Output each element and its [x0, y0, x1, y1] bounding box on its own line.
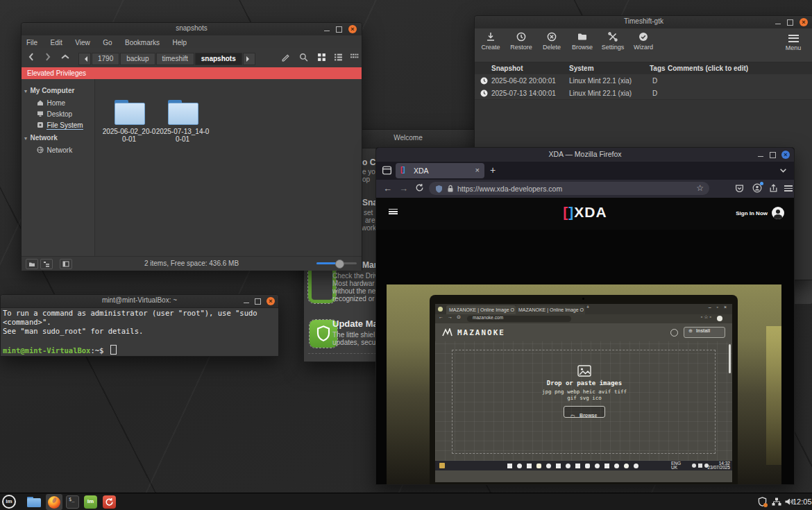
col-system[interactable]: System [569, 65, 594, 72]
minimize-button[interactable] [242, 297, 251, 305]
terminal-prompt-line: mint@mint-VirtualBox:~$ [3, 345, 278, 355]
triangle-right-icon [246, 56, 252, 62]
compact-view-icon [350, 53, 359, 62]
icon-view-button[interactable] [317, 53, 326, 62]
browse-label: Browse [568, 44, 597, 51]
breadcrumb-item-current[interactable]: snapshots [195, 53, 242, 65]
menu-icon [779, 32, 807, 42]
table-row[interactable]: 2025-07-13 14:00:01 Linux Mint 22.1 (xia… [475, 87, 812, 100]
back-button[interactable]: ← [383, 183, 392, 194]
restore-icon [516, 31, 527, 42]
home-icon [37, 99, 44, 106]
taskbar-terminal-button[interactable]: $_ [66, 495, 79, 509]
toggle-location-button[interactable] [281, 53, 290, 62]
minimize-button[interactable] [323, 25, 331, 33]
bookmark-star-icon[interactable]: ☆ [696, 183, 704, 193]
zoom-slider[interactable] [316, 262, 357, 264]
breadcrumb-item[interactable]: backup [120, 53, 155, 65]
col-tags[interactable]: Tags [650, 65, 666, 72]
mint-menu-button[interactable]: lm [2, 495, 16, 509]
expander-icon[interactable]: ▾ [24, 88, 27, 94]
col-comments[interactable]: Comments (click to edit) [668, 65, 748, 72]
avatar[interactable] [772, 207, 784, 219]
tray-update-shield[interactable] [758, 497, 767, 507]
sidebar-item-label: Desktop [46, 110, 72, 118]
menu-button[interactable]: Menu [779, 32, 807, 51]
create-button[interactable]: Create [476, 31, 505, 51]
settings-button[interactable]: Settings [598, 31, 627, 51]
taskbar-mint-welcome-button[interactable]: lm [84, 495, 97, 509]
sign-in-link[interactable]: Sign In Now [736, 210, 768, 216]
mint-welcome-icon: lm [84, 498, 97, 504]
timeshift-titlebar[interactable]: Timeshift-gtk × [475, 16, 812, 29]
photo-nav-arrows: ← → ⊙ [439, 314, 462, 320]
xda-logo[interactable]: []XDA [376, 204, 794, 221]
up-button[interactable] [60, 52, 70, 62]
search-button[interactable] [299, 53, 308, 62]
firefox-view-button[interactable] [382, 165, 392, 176]
tray-network[interactable] [772, 498, 781, 506]
firefox-icon [48, 496, 60, 509]
tab-close-icon[interactable]: × [475, 166, 480, 174]
file-manager-titlebar[interactable]: snapshots × [22, 23, 362, 36]
maximize-button[interactable] [768, 151, 777, 159]
wizard-button[interactable]: Wizard [629, 31, 658, 51]
taskbar-firefox-button[interactable] [46, 494, 62, 510]
breadcrumb-item[interactable]: timeshift [156, 53, 194, 65]
col-snapshot[interactable]: Snapshot [491, 65, 523, 72]
minimize-button[interactable] [774, 18, 782, 26]
welcome-row-line: recognized or [332, 295, 375, 303]
maximize-button[interactable] [335, 25, 343, 33]
extensions-icon[interactable] [769, 184, 778, 193]
taskbar-files-button[interactable] [27, 495, 42, 509]
taskbar-timeshift-button[interactable] [103, 495, 116, 509]
pocket-icon[interactable] [735, 184, 744, 193]
close-button[interactable]: × [348, 25, 357, 33]
browser-tab[interactable]: [] XDA × [396, 163, 484, 178]
close-button[interactable]: × [781, 151, 790, 159]
account-icon[interactable] [752, 183, 762, 193]
zoom-slider-thumb[interactable] [335, 260, 344, 269]
list-tabs-button[interactable] [779, 168, 787, 173]
sidebar-section-network[interactable]: ▾ Network [24, 130, 58, 143]
forward-button[interactable] [44, 52, 52, 62]
welcome-row-line: are [365, 216, 375, 224]
breadcrumb-scroll-right[interactable] [243, 53, 255, 65]
app-menu-button[interactable] [784, 184, 793, 193]
drop-formats-1: jpg png webp heic avif tiff [518, 389, 650, 395]
settings-label: Settings [598, 44, 627, 51]
maximize-button[interactable] [253, 297, 262, 305]
folder-tile[interactable]: 2025-07-13_14-00-01 [155, 100, 210, 143]
folder-tile[interactable]: 2025-06-02_20-00-01 [101, 100, 157, 143]
close-button[interactable]: × [800, 18, 808, 26]
minimize-button[interactable] [756, 151, 765, 159]
close-button[interactable]: × [267, 297, 275, 305]
terminal-titlebar[interactable]: mint@mint-VirtualBox: ~ × [1, 295, 278, 308]
expander-icon[interactable]: ▾ [24, 135, 27, 142]
reload-button[interactable] [415, 183, 424, 192]
sidebar-item-file-system[interactable]: File System [37, 118, 83, 130]
list-view-button[interactable] [334, 53, 343, 62]
breadcrumb-item[interactable]: 1790 [92, 53, 119, 65]
settings-icon [607, 31, 618, 42]
sidebar-section-my-computer[interactable]: ▾ My Computer [24, 83, 74, 96]
delete-label: Delete [537, 44, 566, 51]
restore-button[interactable]: Restore [507, 31, 536, 51]
delete-button[interactable]: Delete [537, 31, 566, 51]
maximize-button[interactable] [786, 18, 794, 26]
compact-view-button[interactable] [350, 53, 359, 62]
terminal-body[interactable]: To run a command as administrator (user … [1, 307, 278, 356]
firefox-titlebar[interactable]: XDA — Mozilla Firefox × [376, 148, 794, 162]
terminal-window: mint@mint-VirtualBox: ~ × To run a comma… [0, 294, 279, 357]
table-row[interactable]: 2025-06-02 20:00:01 Linux Mint 22.1 (xia… [475, 74, 812, 87]
back-button[interactable] [27, 52, 35, 62]
browse-button[interactable]: Browse [568, 31, 597, 51]
new-tab-button[interactable]: + [490, 164, 496, 176]
sidebar-item-network[interactable]: Network [37, 143, 72, 155]
create-icon [485, 31, 496, 42]
terminal-line: See "man sudo_root" for details. [3, 327, 278, 336]
breadcrumb-scroll-left[interactable] [78, 53, 91, 65]
tray-clock[interactable]: 12:05 [793, 498, 812, 506]
url-bar[interactable]: https://www.xda-developers.com ☆ [429, 182, 709, 195]
forward-button[interactable]: → [399, 183, 408, 194]
